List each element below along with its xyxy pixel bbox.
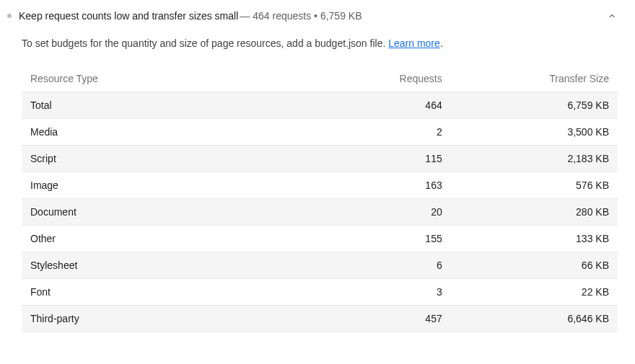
audit-panel: Keep request counts low and transfer siz… [0, 0, 635, 347]
audit-summary: 464 requests • 6,759 KB [253, 10, 362, 22]
chevron-up-icon[interactable] [606, 10, 618, 22]
cell-transfer-size: 133 KB [451, 226, 618, 252]
cell-requests: 115 [332, 146, 451, 172]
cell-transfer-size: 576 KB [451, 172, 618, 199]
cell-requests: 464 [332, 92, 451, 119]
table-row: Stylesheet666 KB [22, 252, 618, 279]
cell-requests: 155 [332, 226, 451, 252]
cell-requests: 3 [332, 279, 451, 306]
learn-more-link[interactable]: Learn more [388, 37, 440, 49]
description-text: To set budgets for the quantity and size… [22, 37, 388, 49]
cell-resource-type: Script [22, 146, 332, 172]
cell-requests: 163 [332, 172, 451, 199]
cell-transfer-size: 22 KB [451, 279, 618, 306]
cell-transfer-size: 66 KB [451, 252, 618, 279]
cell-resource-type: Total [22, 92, 332, 119]
cell-requests: 20 [332, 199, 451, 226]
cell-resource-type: Stylesheet [22, 252, 332, 279]
table-row: Total4646,759 KB [22, 92, 618, 119]
cell-resource-type: Media [22, 119, 332, 146]
table-row: Document20280 KB [22, 199, 618, 226]
table-row: Image163576 KB [22, 172, 618, 199]
cell-resource-type: Image [22, 172, 332, 199]
resource-table: Resource Type Requests Transfer Size Tot… [22, 66, 618, 332]
table-row: Other155133 KB [22, 226, 618, 252]
table-row: Script1152,183 KB [22, 146, 618, 172]
cell-transfer-size: 6,759 KB [451, 92, 618, 119]
cell-transfer-size: 6,646 KB [451, 306, 618, 332]
col-header-resource-type: Resource Type [22, 66, 332, 92]
cell-transfer-size: 280 KB [451, 199, 618, 226]
cell-resource-type: Third-party [22, 306, 332, 332]
audit-description: To set budgets for the quantity and size… [6, 26, 618, 66]
summary-separator: — [240, 10, 250, 22]
cell-resource-type: Document [22, 199, 332, 226]
table-row: Font322 KB [22, 279, 618, 306]
cell-requests: 457 [332, 306, 451, 332]
description-suffix: . [440, 37, 443, 49]
table-row: Third-party4576,646 KB [22, 306, 618, 332]
cell-requests: 6 [332, 252, 451, 279]
col-header-transfer-size: Transfer Size [451, 66, 618, 92]
audit-title: Keep request counts low and transfer siz… [19, 10, 238, 22]
cell-transfer-size: 3,500 KB [451, 119, 618, 146]
table-row: Media23,500 KB [22, 119, 618, 146]
audit-header[interactable]: Keep request counts low and transfer siz… [6, 7, 618, 26]
cell-resource-type: Font [22, 279, 332, 306]
cell-requests: 2 [332, 119, 451, 146]
table-header-row: Resource Type Requests Transfer Size [22, 66, 618, 92]
cell-resource-type: Other [22, 226, 332, 252]
col-header-requests: Requests [332, 66, 451, 92]
status-dot-icon [7, 14, 12, 18]
cell-transfer-size: 2,183 KB [451, 146, 618, 172]
